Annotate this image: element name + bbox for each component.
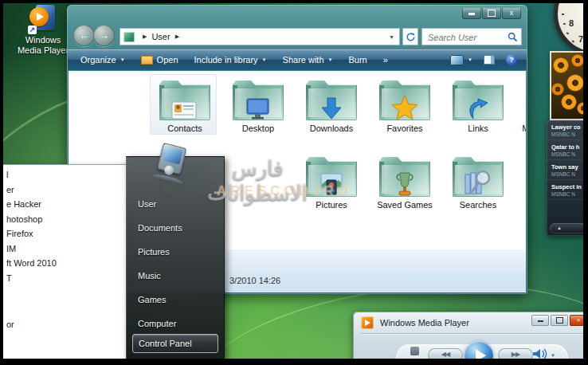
search-input[interactable] bbox=[426, 29, 505, 45]
folder-icon bbox=[453, 79, 504, 120]
star-icon bbox=[391, 95, 418, 124]
start-menu-place-item[interactable]: Computer bbox=[127, 312, 224, 336]
forward-button[interactable]: → bbox=[93, 25, 115, 46]
address-bar-row: ← → ▶ User ▶ ▼ bbox=[67, 22, 527, 49]
breadcrumb-item-user[interactable]: User bbox=[151, 32, 170, 41]
photos-icon bbox=[318, 173, 345, 200]
refresh-icon bbox=[406, 32, 416, 42]
command-toolbar: Organize▼ Open Include in library▼ Share… bbox=[68, 49, 527, 70]
folder-label: Contacts bbox=[148, 124, 221, 133]
help-icon[interactable]: ? bbox=[506, 54, 517, 65]
news-feed-gadget[interactable]: Lawyer co MSNBC N Qatar to h MSNBC N Tow… bbox=[547, 120, 586, 236]
breadcrumb-arrow-icon[interactable]: ▶ bbox=[143, 33, 147, 40]
news-items: Lawyer co MSNBC N Qatar to h MSNBC N Tow… bbox=[547, 120, 586, 200]
folder-item-downloads[interactable]: Downloads bbox=[295, 79, 368, 133]
folder-item-favorites[interactable]: Favorites bbox=[368, 79, 441, 133]
folder-icon bbox=[159, 79, 210, 120]
folder-item-my-documents[interactable]: My Documents bbox=[515, 79, 526, 133]
start-menu-program-item[interactable]: T bbox=[6, 271, 126, 286]
news-item[interactable]: Suspect in MSNBC N bbox=[547, 180, 586, 200]
news-item[interactable]: Lawyer co MSNBC N bbox=[547, 120, 586, 140]
folder-item-links[interactable]: Links bbox=[441, 79, 515, 133]
start-menu-place-item[interactable]: Games bbox=[127, 288, 224, 312]
clock-gadget[interactable]: 8 7 bbox=[554, 0, 588, 56]
open-button[interactable]: Open bbox=[133, 49, 186, 70]
address-dropdown-icon[interactable]: ▼ bbox=[389, 34, 394, 40]
maximize-button[interactable] bbox=[482, 7, 501, 19]
change-view-icon[interactable] bbox=[450, 55, 464, 65]
start-menu-item-control-panel[interactable]: Control Panel bbox=[132, 334, 218, 353]
preview-pane-icon[interactable] bbox=[484, 55, 495, 65]
search-box[interactable] bbox=[421, 28, 522, 45]
folder-item-pictures[interactable]: Pictures bbox=[295, 155, 368, 210]
start-menu-place-item[interactable]: Music bbox=[127, 264, 224, 288]
download-arrow-icon bbox=[319, 96, 343, 124]
news-headline[interactable]: Qatar to h bbox=[551, 143, 586, 151]
minimize-icon bbox=[538, 320, 543, 322]
wmp-minimize-button[interactable] bbox=[531, 315, 549, 326]
start-menu-program-item[interactable]: er bbox=[6, 182, 126, 198]
folder-item-tracing[interactable]: Tracing bbox=[515, 155, 526, 210]
news-item[interactable]: Town say MSNBC N bbox=[547, 160, 586, 180]
start-menu-program-list: lere HackerhotoshopFirefoxIMft Word 2010… bbox=[3, 165, 126, 332]
more-commands-chevron[interactable]: » bbox=[375, 49, 396, 70]
next-button[interactable]: ▶▶ bbox=[498, 348, 533, 362]
burn-button[interactable]: Burn bbox=[341, 49, 375, 70]
close-button[interactable]: x bbox=[502, 7, 521, 19]
news-item[interactable]: Qatar to h MSNBC N bbox=[547, 140, 586, 160]
previous-button[interactable]: ◀◀ bbox=[428, 348, 463, 362]
folder-item-searches[interactable]: Searches bbox=[441, 155, 515, 210]
breadcrumb-arrow-icon[interactable]: ▶ bbox=[175, 33, 179, 40]
up-arrow-icon[interactable]: ▲ bbox=[557, 226, 562, 230]
maximize-icon bbox=[556, 317, 563, 324]
news-nav-bar[interactable]: ▲ bbox=[550, 223, 586, 234]
organize-button[interactable]: Organize▼ bbox=[73, 49, 133, 70]
play-icon bbox=[37, 13, 44, 21]
start-menu-place-item[interactable]: User bbox=[127, 192, 224, 216]
volume-dropdown-icon[interactable]: ▼ bbox=[551, 353, 555, 358]
start-menu-program-item[interactable]: IM bbox=[6, 241, 126, 257]
stop-button[interactable] bbox=[410, 347, 419, 355]
start-menu-program-item[interactable]: l bbox=[6, 167, 126, 182]
news-headline[interactable]: Suspect in bbox=[551, 183, 586, 190]
share-with-button[interactable]: Share with▼ bbox=[275, 49, 341, 70]
address-breadcrumb[interactable]: ▶ User ▶ ▼ bbox=[120, 28, 400, 45]
wmp-maximize-button[interactable] bbox=[551, 315, 568, 326]
folder-item-saved-games[interactable]: Saved Games bbox=[368, 155, 441, 210]
screenshot-root: ↗ Windows Media Player 8 7 Lawyer co bbox=[0, 0, 588, 365]
contact-card-icon bbox=[171, 100, 198, 124]
include-in-library-button[interactable]: Include in library▼ bbox=[186, 49, 275, 70]
folder-icon bbox=[379, 79, 430, 120]
folder-item-desktop[interactable]: Desktop bbox=[221, 79, 295, 133]
news-headline[interactable]: Town say bbox=[551, 163, 586, 171]
folder-icon bbox=[306, 79, 357, 120]
start-menu-place-item[interactable]: Documents bbox=[127, 216, 224, 240]
toolbar-right-icons: ▼ ? bbox=[450, 54, 527, 65]
photo-slideshow-gadget[interactable] bbox=[550, 51, 588, 120]
play-button[interactable] bbox=[465, 341, 493, 365]
speaker-icon bbox=[532, 348, 548, 359]
folder-label: Links bbox=[441, 124, 515, 133]
start-menu-program-item[interactable]: or bbox=[6, 317, 126, 332]
back-button[interactable]: ← bbox=[73, 25, 95, 46]
start-menu-program-item[interactable]: e Hacker bbox=[6, 197, 126, 212]
news-source: MSNBC N bbox=[551, 171, 586, 177]
start-menu-program-item[interactable]: hotoshop bbox=[6, 212, 126, 227]
minimize-icon bbox=[468, 13, 475, 15]
volume-button[interactable] bbox=[532, 348, 548, 363]
minimize-button[interactable] bbox=[462, 7, 481, 19]
news-source: MSNBC N bbox=[551, 151, 586, 157]
news-headline[interactable]: Lawyer co bbox=[551, 124, 586, 131]
start-menu-place-item[interactable]: Pictures bbox=[127, 240, 224, 264]
curved-arrow-icon bbox=[467, 96, 489, 124]
start-menu-program-item[interactable]: ft Word 2010 bbox=[6, 256, 126, 271]
folder-label: My Documents bbox=[515, 124, 526, 133]
folder-item-contacts[interactable]: Contacts bbox=[148, 79, 221, 133]
folder-icon bbox=[379, 155, 430, 197]
chevron-down-icon: ▼ bbox=[262, 57, 267, 62]
search-icon[interactable] bbox=[508, 31, 518, 45]
wmp-close-button[interactable]: × bbox=[570, 315, 587, 326]
chevron-down-icon[interactable]: ▼ bbox=[468, 57, 472, 62]
refresh-button[interactable] bbox=[402, 28, 418, 45]
start-menu-program-item[interactable]: Firefox bbox=[6, 226, 126, 241]
